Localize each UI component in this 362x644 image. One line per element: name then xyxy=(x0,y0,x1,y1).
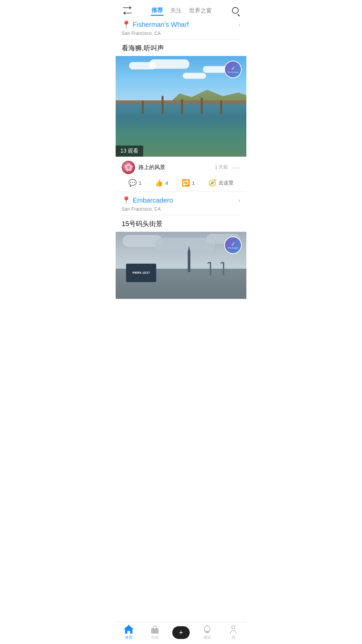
location-pin-icon2: 📍 xyxy=(122,197,131,204)
chevron-right-icon2: › xyxy=(238,197,240,204)
check-icon2: ✓ xyxy=(231,241,235,247)
post1-author[interactable]: 🌸 路上的风景 xyxy=(122,161,165,174)
comment-icon: 💬 xyxy=(128,179,137,187)
pier-post2 xyxy=(162,96,164,114)
more-options-button[interactable]: ··· xyxy=(233,164,240,171)
view-count: 13 观看 xyxy=(116,146,143,157)
post-time: 1 天前 xyxy=(215,164,228,170)
check-icon: ✓ xyxy=(231,66,235,71)
pier-post3 xyxy=(181,99,183,114)
post1-meta: 🌸 路上的风景 1 天前 ··· xyxy=(116,157,246,177)
post1-title: 看海狮,听叫声 xyxy=(116,40,246,53)
post1-location-name: Fisherman's Wharf xyxy=(133,21,189,29)
post2-image[interactable]: PIERS 15/17 ✓ Time+Location xyxy=(116,232,246,299)
post1-action-bar: 💬 1 👍 4 🔁 1 🧭 去这里 xyxy=(116,177,246,192)
post2-location-sub: San Francisco, CA xyxy=(116,206,246,215)
post1-time-wrap: 1 天前 ··· xyxy=(215,164,240,171)
pier-sign: PIERS 15/17 xyxy=(126,264,156,282)
post1-location-row[interactable]: 📍 Fisherman's Wharf › xyxy=(116,16,246,31)
post1-location-left: 📍 Fisherman's Wharf xyxy=(122,21,189,29)
search-icon xyxy=(232,7,239,14)
post1-image[interactable]: ✓ Time+Location 13 观看 xyxy=(116,56,246,157)
navigate-icon: 🧭 xyxy=(208,179,217,187)
swap-icon[interactable] xyxy=(122,5,133,16)
verified-text: Time+Location xyxy=(228,71,239,73)
post2-location-name: Embarcadero xyxy=(133,197,173,204)
tower-icon xyxy=(188,252,190,272)
search-button[interactable] xyxy=(230,5,240,15)
like-button[interactable]: 👍 4 xyxy=(155,179,168,187)
location-pin-icon: 📍 xyxy=(122,21,131,29)
overcast-cloud2 xyxy=(155,238,215,253)
pier-post4 xyxy=(201,98,203,114)
comment-count: 1 xyxy=(139,180,141,186)
share-count: 1 xyxy=(192,180,195,186)
post2-title: 15号码头街景 xyxy=(116,215,246,228)
post2-location-left: 📍 Embarcadero xyxy=(122,197,173,204)
avatar: 🌸 xyxy=(122,161,135,174)
tab-following[interactable]: 关注 xyxy=(170,5,182,16)
chevron-right-icon: › xyxy=(238,21,240,28)
share-icon: 🔁 xyxy=(182,179,190,187)
streetlight1 xyxy=(210,262,211,275)
tab-world-window[interactable]: 世界之窗 xyxy=(188,5,213,16)
verified-text2: Time+Location xyxy=(228,247,239,249)
streetlight2 xyxy=(223,262,224,275)
share-button[interactable]: 🔁 1 xyxy=(182,179,195,187)
cloud4 xyxy=(183,73,206,79)
comment-button[interactable]: 💬 1 xyxy=(128,179,141,187)
like-count: 4 xyxy=(165,180,168,186)
author-name: 路上的风景 xyxy=(138,164,165,171)
pier-post5 xyxy=(220,100,222,114)
tab-recommended[interactable]: 推荐 xyxy=(151,5,164,16)
post2-verified-badge: ✓ Time+Location xyxy=(224,236,242,254)
app-header: 推荐 关注 世界之窗 xyxy=(116,0,246,16)
like-icon: 👍 xyxy=(155,179,163,187)
go-there-button[interactable]: 🧭 去这里 xyxy=(208,179,234,187)
verified-badge: ✓ Time+Location xyxy=(224,61,242,78)
avatar-icon: 🌸 xyxy=(124,163,133,172)
post1-location-sub: San Francisco, CA xyxy=(116,31,246,39)
go-there-label: 去这里 xyxy=(219,180,234,186)
tab-bar: 推荐 关注 世界之窗 xyxy=(151,5,213,16)
pier-post1 xyxy=(142,101,144,114)
pier-area xyxy=(116,94,246,114)
cloud2 xyxy=(149,59,189,69)
post2-location-row[interactable]: 📍 Embarcadero › xyxy=(116,192,246,206)
sign-text: PIERS 15/17 xyxy=(132,271,150,275)
